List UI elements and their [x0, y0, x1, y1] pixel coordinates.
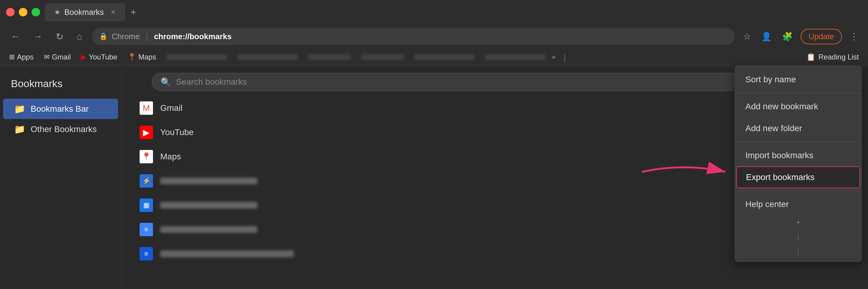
- chrome-label: Chrome: [112, 32, 140, 41]
- search-input[interactable]: [176, 77, 768, 87]
- context-dropdown-menu: Sort by name Add new bookmark Add new fo…: [735, 65, 862, 262]
- panel-title: Bookmarks: [0, 75, 121, 99]
- dropdown-divider-2: [735, 142, 862, 142]
- google-account-icon[interactable]: 👤: [759, 29, 774, 44]
- dropdown-dots-2: ⋮: [735, 230, 862, 244]
- blurred-favicon-3: ≡: [140, 223, 153, 236]
- update-button[interactable]: Update: [801, 29, 842, 44]
- maximize-button[interactable]: [32, 8, 40, 17]
- gmail-favicon: M: [140, 102, 153, 115]
- url-display: chrome://bookmarks: [154, 32, 231, 41]
- import-bookmarks-item[interactable]: Import bookmarks: [735, 144, 862, 166]
- folder-icon-other-bookmarks: 📁: [14, 124, 25, 135]
- apps-label: Apps: [17, 53, 34, 61]
- arrow-svg: [636, 160, 733, 184]
- youtube-favicon: ▶: [140, 126, 153, 139]
- star-button[interactable]: ☆: [741, 29, 753, 44]
- dropdown-divider-1: [735, 93, 862, 93]
- apps-bookmark[interactable]: ⊞ Apps: [5, 51, 38, 63]
- chrome-menu-button[interactable]: ⋮: [847, 29, 861, 44]
- dropdown-dots-1: •: [735, 215, 862, 230]
- traffic-lights: [6, 8, 40, 17]
- nav-bar: ← → ↻ ⌂ 🔒 Chrome | chrome://bookmarks ☆ …: [0, 24, 868, 49]
- divider: |: [564, 52, 566, 62]
- blurred-name-1: [160, 178, 257, 184]
- search-icon: 🔍: [160, 77, 171, 87]
- active-tab[interactable]: ★ Bookmarks ✕: [45, 3, 125, 21]
- new-tab-button[interactable]: +: [128, 4, 139, 20]
- blurred-favicon-4: ≡: [140, 247, 153, 260]
- help-center-item[interactable]: Help center: [735, 193, 862, 215]
- sidebar-label-other-bookmarks: Other Bookmarks: [31, 124, 97, 134]
- blurred-name-3: [160, 226, 257, 233]
- dropdown-divider-3: [735, 191, 862, 191]
- minimize-button[interactable]: [19, 8, 27, 17]
- blurred-bookmark-3[interactable]: [304, 52, 355, 62]
- gmail-label: Gmail: [52, 53, 71, 61]
- nav-bar-right: ☆ 👤 🧩 Update ⋮: [741, 29, 861, 44]
- folder-icon-bookmarks-bar: 📁: [14, 104, 25, 114]
- maps-icon: 📍: [128, 53, 136, 61]
- site-security-icon: 🔒: [99, 32, 107, 40]
- bookmark-maps-name: Maps: [160, 152, 181, 162]
- youtube-icon: ▶: [81, 53, 86, 61]
- extensions-icon[interactable]: 🧩: [780, 29, 795, 44]
- reading-list-label: Reading List: [818, 53, 859, 61]
- sidebar-item-other-bookmarks[interactable]: 📁 Other Bookmarks: [3, 119, 118, 139]
- search-bar[interactable]: 🔍: [152, 73, 777, 91]
- youtube-bookmark[interactable]: ▶ YouTube: [77, 51, 121, 63]
- left-sidebar: Bookmarks 📁 Bookmarks Bar 📁 Other Bookma…: [0, 65, 121, 289]
- blurred-bookmark-1[interactable]: [162, 52, 231, 62]
- tab-area: ★ Bookmarks ✕ +: [45, 3, 862, 21]
- gmail-bookmark[interactable]: ✉ Gmail: [40, 51, 75, 63]
- main-area: Bookmarks 📁 Bookmarks Bar 📁 Other Bookma…: [0, 65, 868, 289]
- add-new-folder-item[interactable]: Add new folder: [735, 117, 862, 139]
- dropdown-dots-3: ⋮: [735, 244, 862, 259]
- address-bar[interactable]: 🔒 Chrome | chrome://bookmarks: [92, 28, 735, 45]
- add-new-bookmark-item[interactable]: Add new bookmark: [735, 96, 862, 117]
- blurred-bookmark-4[interactable]: [357, 52, 408, 62]
- tab-bookmark-icon: ★: [54, 8, 61, 17]
- blurred-bookmark-5[interactable]: [410, 52, 479, 62]
- title-bar: ★ Bookmarks ✕ +: [0, 0, 868, 24]
- maps-label: Maps: [138, 53, 156, 61]
- blurred-bookmark-6[interactable]: [481, 52, 550, 62]
- maps-favicon: 📍: [140, 150, 153, 163]
- bookmark-gmail-name: Gmail: [160, 103, 182, 113]
- back-button[interactable]: ←: [7, 29, 24, 44]
- bookmark-youtube-name: YouTube: [160, 127, 194, 137]
- maps-bookmark[interactable]: 📍 Maps: [124, 51, 160, 63]
- forward-button[interactable]: →: [30, 29, 46, 44]
- blurred-bookmark-2[interactable]: [233, 52, 302, 62]
- sidebar-label-bookmarks-bar: Bookmarks Bar: [31, 104, 89, 114]
- bookmarks-bar: ⊞ Apps ✉ Gmail ▶ YouTube 📍 Maps » | 📋 Re…: [0, 49, 868, 65]
- apps-grid-icon: ⊞: [9, 53, 14, 61]
- blurred-name-2: [160, 202, 257, 208]
- blurred-favicon-1: ⚡: [140, 174, 153, 187]
- youtube-label: YouTube: [89, 53, 117, 61]
- sort-by-name-item[interactable]: Sort by name: [735, 68, 862, 90]
- home-button[interactable]: ⌂: [73, 29, 86, 44]
- reading-list-icon: 📋: [806, 53, 815, 61]
- export-bookmarks-item[interactable]: Export bookmarks: [736, 166, 860, 188]
- gmail-icon: ✉: [44, 53, 50, 61]
- tab-close-button[interactable]: ✕: [111, 8, 116, 16]
- blurred-favicon-2: ▦: [140, 199, 153, 212]
- arrow-annotation: [636, 160, 733, 186]
- bookmarks-bar-more[interactable]: »: [552, 53, 555, 61]
- tab-title: Bookmarks: [64, 8, 104, 17]
- close-button[interactable]: [6, 8, 14, 17]
- reload-button[interactable]: ↻: [52, 29, 67, 44]
- reading-list-button[interactable]: 📋 Reading List: [802, 51, 863, 63]
- blurred-name-4: [160, 251, 294, 257]
- sidebar-item-bookmarks-bar[interactable]: 📁 Bookmarks Bar: [3, 99, 118, 119]
- address-separator: |: [146, 32, 148, 41]
